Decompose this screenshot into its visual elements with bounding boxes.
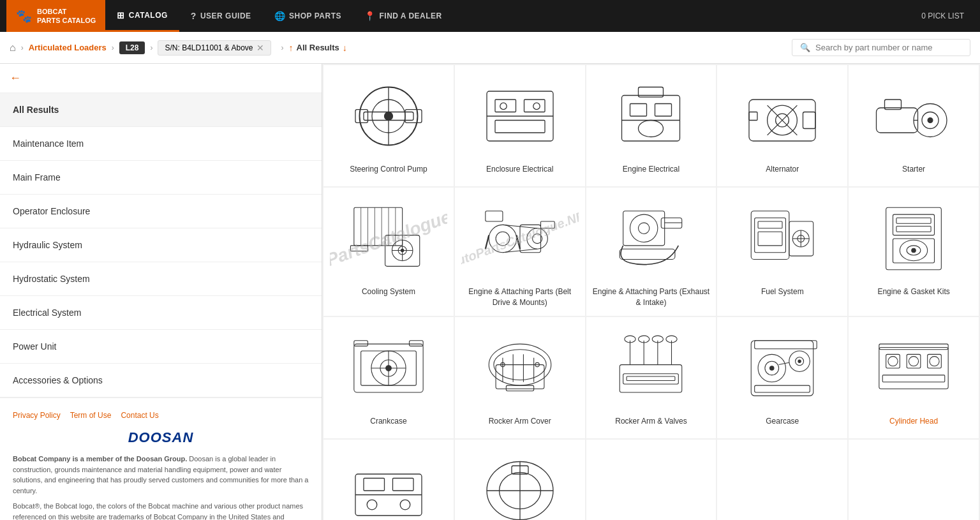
serial-number-close[interactable]: ✕ [256,43,264,53]
part-starter[interactable]: Starter [849,65,979,186]
part-row4-4[interactable] [717,440,847,520]
sidebar-item-hydraulic-system[interactable]: Hydraulic System [0,228,322,262]
part-image-engine-electrical [593,75,710,158]
svg-rect-53 [520,225,541,252]
part-image-engine-attaching-belt: AutoPartsCatalogue.NET [461,197,579,280]
svg-point-128 [930,356,939,366]
svg-rect-88 [354,340,368,346]
sort-down-icon[interactable]: ↓ [343,43,347,53]
part-row4-2[interactable] [455,440,585,520]
part-steering-control-pump[interactable]: Steering Control Pump [323,65,454,186]
svg-rect-79 [896,218,931,224]
svg-line-57 [516,235,519,249]
privacy-policy-link[interactable]: Privacy Policy [13,411,61,420]
part-name-crankcase: Crankcase [370,416,406,427]
svg-rect-100 [620,364,683,392]
part-name-cylinder-head: Cylinder Head [889,416,938,427]
term-of-use-link[interactable]: Term of Use [70,411,112,420]
svg-rect-6 [355,110,368,123]
part-name-enclosure-electrical: Enclosure Electrical [486,164,553,175]
sidebar-item-operator-enclosure[interactable]: Operator Enclosure [0,195,322,228]
nav-find-dealer[interactable]: 📍 FIND A DEALER [353,0,454,32]
part-name-steering-control-pump: Steering Control Pump [350,164,427,175]
part-row4-5[interactable] [849,440,979,520]
part-name-rocker-arm-cover: Rocker Arm Cover [489,416,551,427]
svg-rect-120 [755,340,817,348]
sidebar-item-main-frame[interactable]: Main Frame [0,161,322,195]
main-layout: ← All Results Maintenance Item Main Fram… [0,64,980,520]
svg-rect-23 [803,112,816,129]
breadcrumb-model[interactable]: L28 [119,41,145,54]
globe-icon: 🌐 [274,11,286,21]
sidebar-item-electrical-system[interactable]: Electrical System [0,296,322,330]
part-name-engine-attaching-exhaust: Engine & Attaching Parts (Exhaust & Inta… [593,286,710,308]
sort-up-icon[interactable]: ↑ [289,43,293,53]
part-enclosure-electrical[interactable]: Enclosure Electrical [455,65,585,186]
part-gearcase[interactable]: Gearcase [717,317,847,438]
part-image-rocker-arm-cover [461,327,579,410]
logo[interactable]: 🐾 Bobcat PARTS CATALOG [6,0,105,32]
sidebar-item-maintenance[interactable]: Maintenance Item [0,127,322,161]
home-icon[interactable]: ⌂ [10,42,16,54]
sidebar-item-power-unit[interactable]: Power Unit [0,330,322,364]
part-engine-attaching-belt[interactable]: AutoPartsCatalogue.NET Engine & Attachin… [455,188,585,316]
sidebar-item-hydrostatic-system[interactable]: Hydrostatic System [0,262,322,296]
part-engine-gasket-kits[interactable]: Engine & Gasket Kits [849,188,979,316]
nav-shop-parts[interactable]: 🌐 SHOP PARTS [263,0,353,32]
svg-rect-15 [630,104,647,117]
search-input[interactable] [815,43,962,52]
sidebar-item-accessories-options[interactable]: Accessories & Options [0,364,322,397]
part-image-engine-gasket-kits [855,197,972,280]
svg-rect-14 [622,96,680,142]
part-cooling-system[interactable]: AutoPartsCatalogue.NET Cooling System [323,188,454,316]
svg-point-4 [384,112,392,121]
parts-grid: Steering Control Pump Enclosure Electric… [322,64,980,520]
part-rocker-arm-valves[interactable]: Rocker Arm & Valves [586,317,716,438]
search-box[interactable]: 🔍 [792,39,970,56]
part-engine-electrical[interactable]: Engine Electrical [586,65,716,186]
sidebar-footer: Privacy Policy Term of Use Contact Us DO… [0,397,322,520]
part-fuel-system[interactable]: Fuel System [717,188,847,316]
bobcat-icon: 🐾 [16,8,32,24]
pick-list[interactable]: 0 PICK LIST [921,11,974,20]
part-engine-attaching-exhaust[interactable]: Engine & Attaching Parts (Exhaust & Inta… [586,188,716,316]
part-name-fuel-system: Fuel System [761,286,804,297]
part-name-gearcase: Gearcase [766,416,799,427]
nav-catalog[interactable]: ⊞ CATALOG [105,0,179,32]
part-image-cooling-system: AutoPartsCatalogue.NET [330,197,447,280]
part-rocker-arm-cover[interactable]: Rocker Arm Cover [455,317,585,438]
part-name-starter: Starter [902,164,925,175]
svg-point-117 [798,360,801,362]
part-row4-3[interactable] [586,440,716,520]
svg-point-60 [639,223,650,234]
svg-rect-125 [882,375,945,382]
svg-point-59 [630,214,658,242]
part-name-cooling-system: Cooling System [362,286,415,297]
part-image-starter [855,75,972,158]
svg-point-47 [489,225,516,252]
part-image-row4-5 [855,449,972,520]
sidebar-back-button[interactable]: ← [0,64,322,93]
svg-rect-27 [877,108,918,133]
contact-us-link[interactable]: Contact Us [121,411,158,420]
nav-user-guide[interactable]: ? USER GUIDE [179,0,263,32]
svg-rect-89 [409,340,423,346]
part-row4-1[interactable] [323,440,454,520]
svg-point-114 [770,366,775,370]
logo-text: Bobcat PARTS CATALOG [37,7,96,26]
part-name-engine-gasket-kits: Engine & Gasket Kits [877,286,949,297]
search-icon: 🔍 [800,43,810,52]
sidebar-item-all-results[interactable]: All Results [0,93,322,127]
part-alternator[interactable]: Alternator [717,65,847,186]
footer-trademark: Bobcat®, the Bobcat logo, the colors of … [13,501,309,520]
svg-point-11 [500,103,506,109]
part-crankcase[interactable]: Crankcase [323,317,454,438]
svg-point-78 [912,248,916,253]
breadcrumb-articulated-loaders[interactable]: Articulated Loaders [29,43,107,52]
part-cylinder-head[interactable]: Cylinder Head [849,317,979,438]
svg-point-49 [527,228,548,249]
svg-line-118 [779,362,789,364]
part-image-steering-control-pump [330,75,447,158]
svg-point-134 [367,500,377,510]
footer-description: Bobcat Company is a member of the Doosan… [13,454,309,496]
